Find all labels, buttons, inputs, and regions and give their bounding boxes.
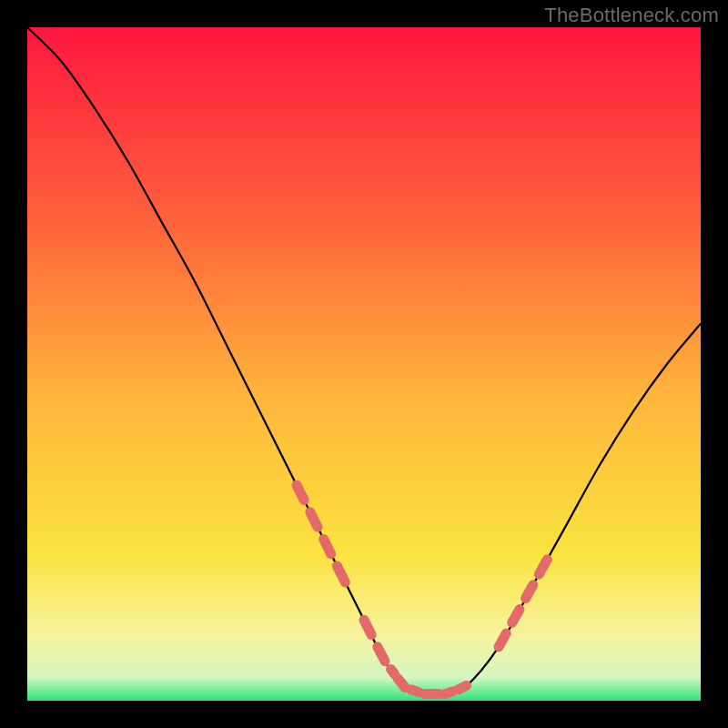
- marker-segment: [459, 685, 467, 689]
- marker-segment: [391, 669, 395, 673]
- gradient-background: [27, 27, 701, 701]
- marker-segment: [411, 690, 419, 693]
- marker-segment: [512, 610, 520, 623]
- chart-container: TheBottleneck.com: [0, 0, 728, 728]
- marker-segment: [310, 512, 318, 527]
- marker-segment: [364, 620, 371, 634]
- attribution-text: TheBottleneck.com: [544, 4, 719, 27]
- marker-segment: [539, 560, 547, 574]
- marker-segment: [297, 485, 304, 500]
- marker-segment: [398, 678, 405, 687]
- chart-svg: [27, 27, 701, 701]
- marker-segment: [445, 692, 452, 694]
- marker-segment: [324, 539, 331, 553]
- marker-segment: [499, 633, 506, 647]
- marker-segment: [526, 585, 533, 599]
- plot-area: [27, 27, 701, 701]
- marker-segment: [378, 647, 385, 662]
